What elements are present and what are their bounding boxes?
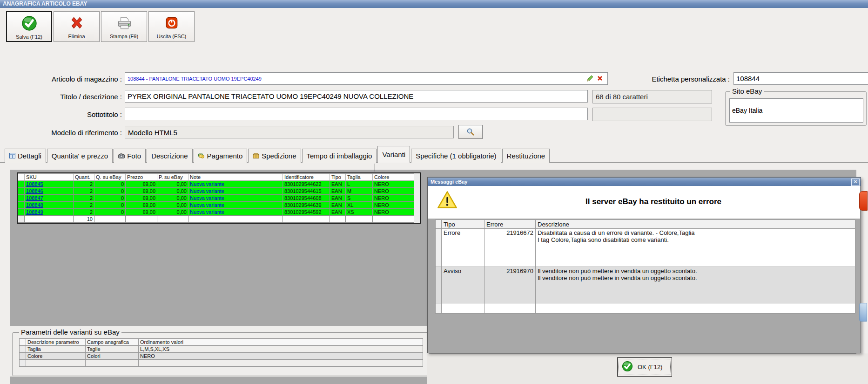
tab-spedizione-label: Spedizione [262, 152, 296, 160]
parametro-row[interactable]: Colore Colori NERO [20, 353, 423, 360]
etichetta-input[interactable] [733, 72, 868, 85]
tab-varianti[interactable]: Varianti [377, 146, 410, 163]
descrizione-line1: Disabilitata a causa di un errore di var… [538, 229, 853, 236]
messaggi-ebay-dialog: Messaggi eBay ✕ Il server eBay ha restit… [427, 177, 861, 353]
cell-prezzo: 69,00 [126, 202, 157, 209]
sku-link[interactable]: 108845 [26, 181, 43, 187]
print-button[interactable]: Stampa (F9) [101, 11, 147, 42]
tab-specifiche[interactable]: Specifiche (1 obbligatorie) [411, 149, 501, 163]
variants-table: SKU Quant. Q. su eBay Prezzo P. su eBay … [18, 173, 414, 223]
camera-icon [118, 152, 125, 160]
parametro-row[interactable]: Taglia Taglie L,M,S,XL,XS [20, 346, 423, 353]
col-sku: SKU [25, 174, 74, 181]
cell-qebay: 0 [94, 181, 126, 188]
cell-prezzo: 69,00 [126, 195, 157, 202]
tab-descrizione[interactable]: Descrizione [147, 149, 192, 163]
tab-dettagli[interactable]: Dettagli [5, 149, 46, 163]
print-button-label: Stampa (F9) [110, 34, 138, 39]
parametro-row-empty [20, 360, 423, 367]
tab-restituzione[interactable]: Restituzione [502, 149, 550, 163]
cell-note: Nuova variante [188, 188, 283, 195]
ok-check-icon [622, 361, 633, 373]
col-p-su-ebay: P. su eBay [157, 174, 188, 181]
cell-prezzo: 69,00 [126, 188, 157, 195]
col-identificatore: Identificatore [283, 174, 330, 181]
cell-codice: 21916672 [484, 229, 536, 267]
tab-tempo-di-imballaggio[interactable]: Tempo di imballaggio [302, 149, 377, 163]
variants-total-row: 10 [18, 216, 414, 223]
messages-header-row: Tipo Errore Descrizione [436, 220, 855, 229]
cell-tipo: EAN [330, 188, 346, 195]
dialog-close-button[interactable]: ✕ [851, 178, 860, 186]
cell-identificatore: 8301029544615 [283, 188, 330, 195]
variants-vertical-scrollbar[interactable] [414, 173, 420, 223]
col-q-su-ebay: Q. su eBay [94, 174, 126, 181]
sito-ebay-input[interactable] [729, 98, 863, 123]
sku-link[interactable]: 108848 [26, 202, 43, 208]
cell-tipo: EAN [330, 209, 346, 216]
cell-ordinamento: NERO [139, 353, 423, 360]
col-taglia: Taglia [346, 174, 373, 181]
cell-taglia: XS [346, 209, 373, 216]
sku-link[interactable]: 108849 [26, 209, 43, 215]
package-icon [253, 152, 259, 160]
variant-row[interactable]: 108847 2 0 69,00 0,00 Nuova variante 830… [18, 195, 414, 202]
cell-identificatore: 8301029544639 [283, 202, 330, 209]
row-selector [18, 181, 25, 188]
tab-specifiche-label: Specifiche (1 obbligatorie) [416, 152, 496, 160]
tab-pagamento[interactable]: Pagamento [194, 149, 248, 163]
message-row-errore[interactable]: Errore 21916672 Disabilitata a causa di … [436, 229, 855, 267]
delete-button[interactable]: Elimina [54, 11, 100, 42]
articolo-input[interactable] [125, 72, 608, 85]
save-button[interactable]: Salva (F12) [6, 11, 52, 42]
warning-icon [437, 190, 458, 212]
row-selector [436, 229, 442, 267]
sito-ebay-group-label: Sito eBay [730, 87, 764, 95]
modello-input[interactable]: Modello HTML5 [125, 126, 454, 138]
variant-row[interactable]: 108849 2 0 69,00 0,00 Nuova variante 830… [18, 209, 414, 216]
variant-row[interactable]: 108845 2 0 69,00 0,00 Nuova variante 830… [18, 181, 414, 188]
row-selector [18, 202, 25, 209]
power-icon [164, 15, 180, 31]
cell-tipo: EAN [330, 202, 346, 209]
cell-quant: 2 [74, 188, 94, 195]
col-ordinamento-valori: Ordinamento valori [139, 339, 423, 346]
sottotitolo-input[interactable] [125, 108, 588, 120]
modello-label: Modello di riferimento : [19, 129, 122, 137]
sku-link[interactable]: 108846 [26, 188, 43, 194]
col-errore: Errore [484, 220, 536, 229]
cell-note: Nuova variante [188, 181, 283, 188]
selector-header [20, 339, 26, 346]
cell-tipo: Avviso [442, 267, 484, 303]
ok-button-label: OK (F12) [638, 363, 662, 370]
cell-qebay: 0 [94, 202, 126, 209]
cell-tipo: EAN [330, 195, 346, 202]
clear-x-icon[interactable] [596, 75, 604, 82]
tab-strip: Dettagli Quantita' e prezzo Foto Descriz… [5, 146, 551, 163]
clipped-red-icon [859, 191, 868, 211]
save-button-label: Salva (F12) [16, 34, 42, 40]
tab-quantita-e-prezzo[interactable]: Quantita' e prezzo [47, 149, 113, 163]
row-selector [436, 303, 442, 314]
selector-header [18, 174, 25, 181]
row-selector [20, 353, 26, 360]
sito-field-wrap [729, 98, 863, 123]
variant-row[interactable]: 108846 2 0 69,00 0,00 Nuova variante 830… [18, 188, 414, 195]
cell-identificatore: 8301029544622 [283, 181, 330, 188]
edit-pencil-icon[interactable] [586, 75, 594, 82]
ok-button[interactable]: OK (F12) [617, 357, 672, 377]
tab-foto[interactable]: Foto [114, 149, 146, 163]
exit-button[interactable]: Uscita (ESC) [148, 11, 195, 42]
modello-search-button[interactable] [458, 125, 483, 139]
variant-row[interactable]: 108848 2 0 69,00 0,00 Nuova variante 830… [18, 202, 414, 209]
sku-link[interactable]: 108847 [26, 195, 43, 201]
cell-descrizione: Il venditore non può mettere in vendita … [536, 267, 855, 303]
col-note: Note [188, 174, 283, 181]
tab-spedizione[interactable]: Spedizione [248, 149, 301, 163]
message-row-avviso[interactable]: Avviso 21916970 Il venditore non può met… [436, 267, 855, 303]
titolo-input[interactable] [125, 90, 588, 103]
empty-counter-box [592, 108, 712, 121]
cell-note: Nuova variante [188, 209, 283, 216]
selector-header [436, 220, 442, 229]
row-selector [18, 195, 25, 202]
